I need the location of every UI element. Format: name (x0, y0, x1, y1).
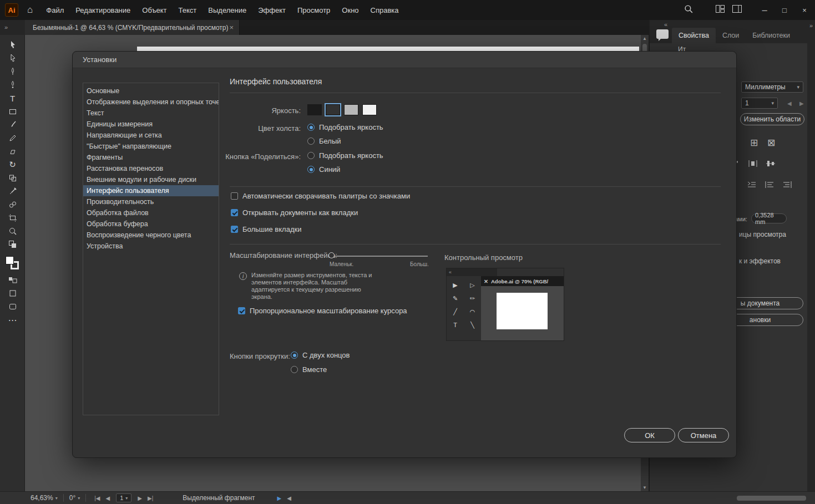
paintbrush-tool[interactable] (0, 118, 25, 131)
ui-scale-slider-knob[interactable] (328, 252, 335, 258)
category-user-interface[interactable]: Интерфейс пользователя (83, 185, 219, 196)
open-documents-as-tabs-checkbox[interactable]: Открывать документы как вкладки (231, 208, 358, 217)
next-artboard-icon[interactable]: ▶ (138, 495, 142, 501)
shape-builder-tool[interactable] (0, 171, 25, 185)
rectangle-tool[interactable] (0, 105, 25, 118)
panel-expand-icon[interactable]: » (807, 20, 815, 29)
document-tab[interactable]: Безымянный-1 @ 64,63 % (CMYK/Предварител… (25, 20, 240, 35)
pencil-tool[interactable] (0, 131, 25, 145)
pen-tool[interactable] (0, 65, 25, 78)
scroll-together[interactable]: Вместе (291, 365, 327, 374)
stroke-width-field[interactable]: 0,3528 mm (751, 213, 787, 223)
share-match-brightness[interactable]: Подобрать яркость (307, 151, 383, 160)
edit-toolbar-icon[interactable]: ⋯ (0, 313, 25, 327)
category-devices[interactable]: Устройства (83, 241, 219, 252)
indent-right-icon[interactable] (782, 181, 792, 191)
auto-collapse-panels-checkbox[interactable]: Автоматически сворачивать палитры со зна… (231, 192, 410, 200)
minimize-button[interactable]: ─ (758, 6, 771, 14)
prev-artboard-icon[interactable]: ◀ (787, 100, 792, 106)
radio-icon[interactable] (291, 352, 298, 359)
ui-scale-slider[interactable] (332, 256, 428, 257)
share-blue[interactable]: Синий (307, 165, 340, 174)
category-hyphenation[interactable]: Расстановка переносов (83, 163, 219, 174)
menu-type[interactable]: Текст (179, 6, 197, 14)
fill-color-chip[interactable] (6, 256, 14, 264)
cancel-button[interactable]: Отмена (678, 428, 729, 442)
home-icon[interactable]: ⌂ (27, 4, 33, 16)
horizontal-scrollbar[interactable] (298, 492, 619, 504)
canvas-color-white[interactable]: Белый (307, 137, 341, 145)
view-units-row-fragment[interactable]: ицы просмотра (739, 231, 786, 238)
menu-edit[interactable]: Редактирование (75, 6, 130, 14)
fill-stroke-controls[interactable] (0, 254, 25, 273)
radio-icon[interactable] (307, 138, 315, 145)
category-black-appearance[interactable]: Воспроизведение черного цвета (83, 230, 219, 241)
brightness-swatch-medium-dark[interactable] (326, 104, 340, 115)
eyedropper-tool[interactable] (0, 185, 25, 198)
rotate-tool[interactable]: ↻ (0, 158, 25, 171)
screen-mode-icon[interactable] (0, 300, 25, 313)
category-performance[interactable]: Производительность (83, 196, 219, 207)
comment-bubble-icon[interactable] (656, 29, 669, 39)
category-file-handling[interactable]: Обработка файлов (83, 207, 219, 218)
app-logo[interactable]: Ai (5, 3, 18, 17)
checkbox-icon[interactable] (231, 209, 238, 216)
selection-tool[interactable] (0, 38, 25, 52)
grid-x-icon[interactable]: ⊠ (767, 137, 775, 149)
category-slices[interactable]: Фрагменты (83, 152, 219, 163)
radio-icon[interactable] (291, 366, 298, 373)
radio-icon[interactable] (307, 124, 315, 131)
toggle-selection-icon[interactable] (0, 238, 25, 251)
edit-artboards-button[interactable]: Изменить области (740, 113, 804, 125)
horizontal-scroll-thumb[interactable] (737, 496, 806, 501)
checkbox-icon[interactable] (231, 192, 238, 200)
canvas-color-match[interactable]: Подобрать яркость (307, 123, 383, 131)
checkbox-icon[interactable] (231, 226, 238, 233)
category-selection-display[interactable]: Отображение выделения и опорных точек (83, 96, 219, 108)
search-icon[interactable] (684, 4, 693, 16)
proportional-cursor-scaling-checkbox[interactable]: Пропорциональное масштабирование курсора (238, 307, 407, 315)
brightness-swatch-light[interactable] (344, 104, 358, 115)
brightness-swatch-white[interactable] (362, 104, 377, 115)
maximize-button[interactable]: □ (778, 6, 791, 14)
large-tabs-checkbox[interactable]: Большие вкладки (231, 225, 301, 233)
workspace-icon[interactable] (732, 5, 742, 15)
close-button[interactable]: × (798, 6, 811, 14)
document-tab-close-icon[interactable]: × (229, 23, 234, 32)
artboard-number-field[interactable]: 1▾ (116, 493, 131, 502)
artboard-tool[interactable] (0, 211, 25, 225)
zoom-tool[interactable] (0, 225, 25, 238)
units-dropdown[interactable]: Миллиметры▾ (741, 82, 803, 93)
draw-mode-icon[interactable] (0, 287, 25, 300)
scroll-up-icon[interactable]: ▲ (641, 35, 649, 42)
category-units[interactable]: Единицы измерения (83, 119, 219, 130)
menu-select[interactable]: Выделение (208, 6, 246, 14)
align-vertical-icon[interactable] (766, 160, 776, 170)
direct-selection-tool[interactable] (0, 52, 25, 65)
ok-button[interactable]: ОК (624, 428, 675, 442)
status-expand-icon[interactable]: ▶ (277, 495, 282, 501)
menu-file[interactable]: Файл (46, 6, 64, 14)
color-mode-icon[interactable] (0, 273, 25, 287)
type-tool[interactable]: T (0, 91, 25, 105)
category-guides-grid[interactable]: Направляющие и сетка (83, 130, 219, 141)
category-general[interactable]: Основные (83, 85, 219, 96)
chevron-down-icon[interactable]: ▾ (78, 496, 80, 501)
radio-icon[interactable] (307, 152, 315, 159)
brightness-swatch-dark[interactable] (307, 104, 322, 115)
indent-left-icon[interactable] (765, 181, 774, 191)
artboard-count-field[interactable]: 1▾ (741, 98, 778, 109)
menu-window[interactable]: Окно (342, 6, 358, 14)
distribute-icon[interactable] (748, 160, 758, 170)
menu-object[interactable]: Объект (142, 6, 166, 14)
previous-artboard-icon[interactable]: ◀ (106, 495, 110, 501)
next-artboard-icon[interactable]: ▶ (799, 100, 804, 106)
tab-layers[interactable]: Слои (716, 28, 746, 43)
tab-libraries[interactable]: Библиотеки (746, 28, 797, 43)
last-artboard-icon[interactable]: ▶| (148, 495, 153, 501)
indent-first-icon[interactable] (747, 181, 757, 191)
dialog-title[interactable]: Установки (73, 52, 736, 68)
category-smart-guides[interactable]: "Быстрые" направляющие (83, 141, 219, 152)
panel-collapse-icon[interactable]: « (664, 21, 667, 28)
checkbox-icon[interactable] (238, 307, 245, 314)
